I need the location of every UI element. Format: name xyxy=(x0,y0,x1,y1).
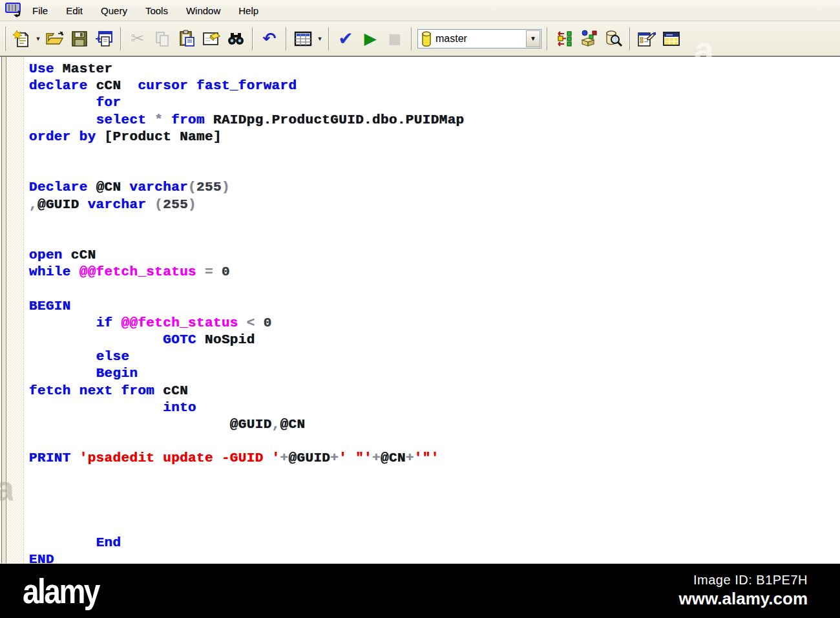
execute-query-icon: ▶ xyxy=(364,30,376,47)
code-line: else xyxy=(29,348,840,365)
code-line: into xyxy=(29,400,840,416)
toolbar-separator xyxy=(547,27,548,50)
sql-editor-pane[interactable]: Use Masterdeclare cCN cursor fast_forwar… xyxy=(0,56,840,563)
toolbar-separator xyxy=(411,27,412,50)
alamy-logo: alamy xyxy=(23,570,99,612)
save-icon xyxy=(71,30,88,47)
code-line: while @@fetch_status = 0 xyxy=(29,264,840,281)
code-line: @GUID,@CN xyxy=(29,416,840,433)
insert-template-button[interactable] xyxy=(92,27,116,51)
menu-bar: FileEditQueryToolsWindowHelp xyxy=(0,0,840,21)
code-line: declare cCN cursor fast_forward xyxy=(29,78,840,94)
object-search-button[interactable] xyxy=(601,27,625,51)
toolbar-separator xyxy=(252,27,253,50)
code-line: order by [Product Name] xyxy=(29,129,840,145)
parse-query-button[interactable]: ✔ xyxy=(333,27,358,51)
code-line: BEGIN xyxy=(29,298,840,315)
code-line: if @@fetch_status < 0 xyxy=(29,315,840,332)
new-query-button[interactable] xyxy=(9,27,34,51)
object-browser-icon xyxy=(580,30,598,48)
code-line xyxy=(29,501,840,518)
menu-edit[interactable]: Edit xyxy=(57,4,92,17)
clear-window-icon xyxy=(202,30,220,47)
code-line xyxy=(29,281,840,297)
code-line: End xyxy=(29,535,840,551)
toolbar-separator xyxy=(120,27,121,50)
cut-button[interactable]: ✂ xyxy=(125,27,150,51)
execute-query-button[interactable]: ▶ xyxy=(358,27,383,51)
toolbar-grip[interactable] xyxy=(4,27,6,51)
results-pane-icon xyxy=(662,31,680,47)
code-line: PRINT 'psadedit update -GUID '+@GUID+' "… xyxy=(29,450,840,467)
code-line: GOTC NoSpid xyxy=(29,332,840,348)
undo-icon: ↶ xyxy=(263,30,277,47)
toolbar-separator xyxy=(286,27,287,50)
window-left-border xyxy=(0,57,6,563)
object-search-icon xyxy=(604,30,622,48)
database-cylinder-icon xyxy=(421,31,432,47)
code-line: fetch next from cCN xyxy=(29,383,840,400)
new-query-dropdown[interactable]: ▼ xyxy=(34,27,43,51)
menu-tools[interactable]: Tools xyxy=(136,4,177,17)
connection-properties-icon xyxy=(637,30,656,47)
watermark-bar: alamy Image ID: B1PE7H www.alamy.com xyxy=(0,564,840,618)
parse-query-icon: ✔ xyxy=(338,30,353,48)
alamy-url: www.alamy.com xyxy=(679,589,808,609)
find-icon xyxy=(227,31,245,47)
new-query-icon xyxy=(13,30,30,48)
connection-properties-button[interactable] xyxy=(635,27,659,51)
clear-window-button[interactable] xyxy=(199,27,224,51)
toolbar-separator xyxy=(629,27,631,50)
code-line: Use Master xyxy=(29,61,840,78)
code-line xyxy=(29,467,840,484)
code-line xyxy=(29,433,840,450)
app-icon xyxy=(4,2,23,19)
sql-code[interactable]: Use Masterdeclare cCN cursor fast_forwar… xyxy=(0,57,840,563)
copy-button[interactable] xyxy=(150,27,174,51)
paste-icon xyxy=(178,30,195,47)
code-line: open cCN xyxy=(29,247,840,264)
copy-icon xyxy=(154,30,170,47)
code-line: Begin xyxy=(29,365,840,382)
insert-template-icon xyxy=(95,30,113,47)
execute-mode-button[interactable] xyxy=(291,27,315,51)
cut-icon: ✂ xyxy=(131,30,145,47)
menu-query[interactable]: Query xyxy=(92,4,136,17)
code-line xyxy=(29,518,840,535)
find-button[interactable] xyxy=(224,27,248,51)
image-id-label: Image ID: B1PE7H xyxy=(679,573,808,588)
cancel-query-icon: ■ xyxy=(388,32,402,46)
open-icon xyxy=(45,30,65,47)
menu-file[interactable]: File xyxy=(23,4,57,17)
toolbar: ▼ xyxy=(0,21,840,56)
query-analyzer-window: FileEditQueryToolsWindowHelp ▼ xyxy=(0,0,840,618)
cancel-query-button[interactable]: ■ xyxy=(383,27,407,51)
code-line: for xyxy=(29,94,840,111)
execution-plan-icon xyxy=(555,30,573,48)
results-pane-button[interactable] xyxy=(659,27,684,51)
code-line: select * from RAIDpg.ProductGUID.dbo.PUI… xyxy=(29,112,840,129)
save-button[interactable] xyxy=(67,27,92,51)
execute-mode-grid-icon xyxy=(294,31,312,47)
menu-help[interactable]: Help xyxy=(229,4,268,17)
code-line xyxy=(29,484,840,501)
menu-window[interactable]: Window xyxy=(177,4,229,17)
database-combo-dropdown[interactable]: ▼ xyxy=(526,30,540,47)
execution-plan-button[interactable] xyxy=(552,27,576,51)
code-line xyxy=(29,162,840,179)
paste-button[interactable] xyxy=(174,27,199,51)
code-line xyxy=(29,145,840,162)
code-line: END xyxy=(29,551,840,563)
code-line xyxy=(29,230,840,247)
code-line: ,@GUID varchar (255) xyxy=(29,197,840,213)
execute-mode-dropdown[interactable]: ▼ xyxy=(315,27,324,51)
selection-margin[interactable] xyxy=(6,57,24,563)
object-browser-button[interactable] xyxy=(576,27,601,51)
undo-button[interactable]: ↶ xyxy=(257,27,282,51)
toolbar-separator xyxy=(328,27,330,50)
code-line: Declare @CN varchar(255) xyxy=(29,179,840,196)
code-line xyxy=(29,213,840,230)
database-combo[interactable]: master ▼ xyxy=(417,29,541,48)
database-combo-value: master xyxy=(436,33,526,45)
open-button[interactable] xyxy=(43,27,67,51)
